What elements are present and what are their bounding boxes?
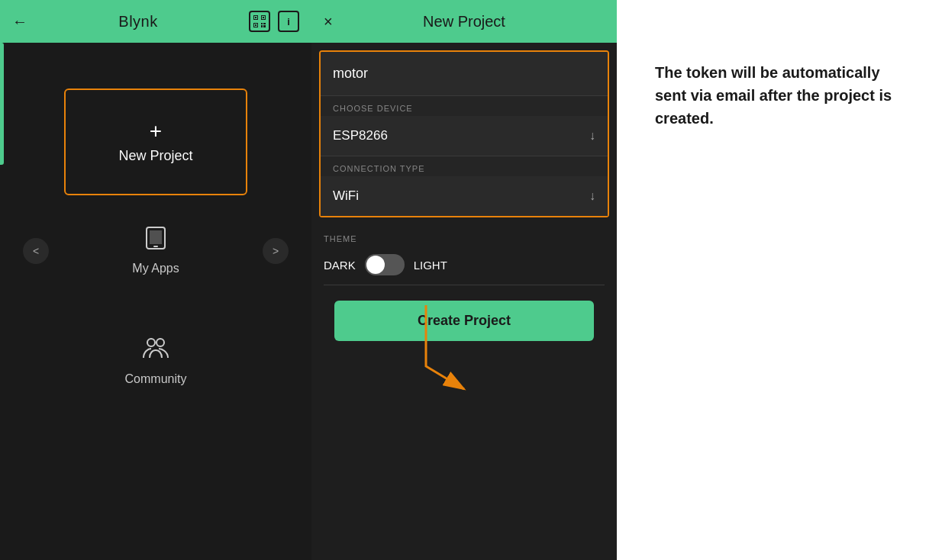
close-button[interactable]: ×	[324, 13, 333, 31]
right-phone: × New Project CHOOSE DEVICE ESP8266 ↓ CO…	[311, 0, 617, 560]
theme-light-label: LIGHT	[414, 259, 447, 272]
header-right-icons: i	[249, 11, 299, 32]
right-phone-content: CHOOSE DEVICE ESP8266 ↓ CONNECTION TYPE …	[311, 43, 617, 560]
plus-icon: +	[150, 121, 162, 142]
theme-dark-label: DARK	[324, 259, 356, 272]
theme-section: THEME DARK LIGHT	[311, 225, 617, 285]
app-title: Blynk	[118, 13, 157, 31]
svg-rect-14	[150, 230, 162, 244]
myapps-label: My Apps	[132, 262, 179, 275]
right-phone-header: × New Project	[311, 0, 617, 43]
svg-rect-5	[263, 17, 264, 18]
myapps-nav-item[interactable]: My Apps	[132, 226, 179, 275]
svg-rect-8	[255, 24, 256, 26]
svg-rect-10	[263, 23, 266, 24]
connection-type-label: CONNECTION TYPE	[321, 156, 608, 176]
annotation-panel: The token will be automatically sent via…	[617, 0, 929, 160]
connection-dropdown-arrow: ↓	[589, 189, 595, 203]
toggle-thumb	[366, 256, 385, 274]
community-nav-item[interactable]: Community	[125, 336, 187, 386]
nav-right-arrow[interactable]: >	[263, 238, 289, 264]
svg-point-16	[147, 339, 155, 346]
new-project-button[interactable]: + New Project	[64, 89, 247, 195]
connection-selector[interactable]: WiFi ↓	[321, 176, 608, 216]
annotation-text: The token will be automatically sent via…	[655, 61, 898, 130]
community-icon	[142, 336, 169, 365]
left-phone-content: + New Project < My Apps >	[0, 43, 311, 560]
svg-rect-11	[261, 25, 263, 27]
theme-toggle[interactable]	[365, 254, 405, 275]
form-bordered-area: CHOOSE DEVICE ESP8266 ↓ CONNECTION TYPE …	[319, 50, 609, 217]
left-phone-header: ← Blynk	[0, 0, 311, 43]
new-project-label: New Project	[118, 148, 192, 164]
back-icon[interactable]: ←	[12, 13, 27, 31]
left-phone: ← Blynk	[0, 0, 311, 560]
connection-value: WiFi	[333, 188, 359, 204]
svg-rect-12	[263, 25, 266, 27]
theme-section-label: THEME	[324, 234, 605, 243]
connection-type-section: CONNECTION TYPE WiFi ↓	[321, 156, 608, 216]
community-label: Community	[125, 372, 187, 386]
svg-rect-2	[255, 17, 256, 18]
dialog-title: New Project	[423, 13, 505, 31]
theme-toggle-row: DARK LIGHT	[324, 254, 605, 275]
svg-point-17	[156, 339, 164, 346]
qr-button[interactable]	[249, 11, 270, 32]
left-accent-bar	[0, 43, 4, 165]
myapps-icon	[144, 226, 168, 256]
info-button[interactable]: i	[278, 11, 299, 32]
nav-row: < My Apps >	[0, 195, 311, 291]
device-selector[interactable]: ESP8266 ↓	[321, 116, 608, 156]
svg-rect-9	[261, 23, 263, 24]
create-button-wrapper: Create Project	[311, 285, 617, 356]
device-dropdown-arrow: ↓	[589, 129, 595, 143]
choose-device-section: CHOOSE DEVICE ESP8266 ↓	[321, 96, 608, 156]
choose-device-label: CHOOSE DEVICE	[321, 96, 608, 116]
svg-rect-15	[153, 246, 158, 247]
project-name-input[interactable]	[321, 52, 608, 95]
device-value: ESP8266	[333, 128, 388, 143]
nav-left-arrow[interactable]: <	[23, 238, 49, 264]
create-project-button[interactable]: Create Project	[334, 301, 594, 341]
